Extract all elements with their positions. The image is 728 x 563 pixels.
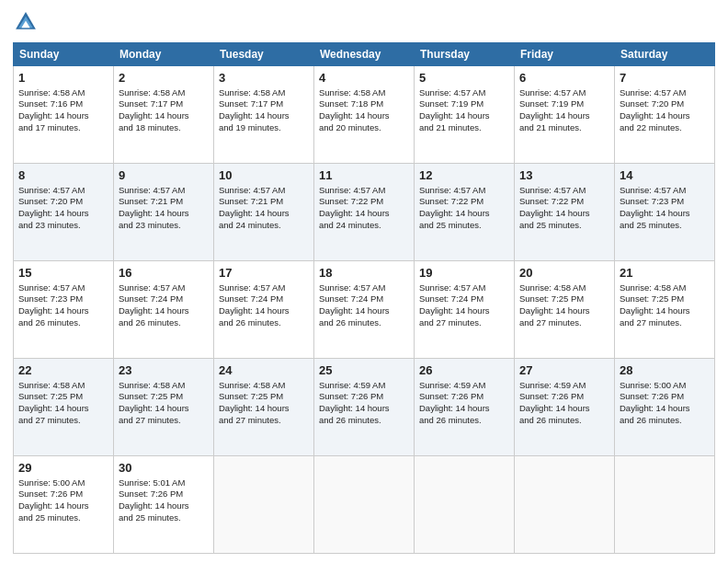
day-info-line: and 25 minutes.	[519, 220, 582, 230]
day-number: 14	[620, 167, 710, 184]
day-number: 6	[519, 70, 609, 86]
day-number: 5	[419, 70, 509, 86]
day-info-line: Sunrise: 4:57 AM	[419, 87, 485, 98]
day-info-line: Sunset: 7:17 PM	[119, 98, 183, 109]
calendar-day-cell: 14Sunrise: 4:57 AMSunset: 7:23 PMDayligh…	[615, 164, 715, 261]
day-info-line: Daylight: 14 hours	[319, 208, 390, 218]
calendar-day-cell: 20Sunrise: 4:58 AMSunset: 7:25 PMDayligh…	[515, 261, 615, 359]
calendar-day-cell: 10Sunrise: 4:57 AMSunset: 7:21 PMDayligh…	[214, 164, 314, 261]
day-info-line: and 24 minutes.	[319, 220, 381, 230]
header	[13, 9, 715, 35]
day-number: 2	[119, 70, 209, 86]
day-info-line: Daylight: 14 hours	[620, 110, 690, 121]
calendar-day-cell	[615, 456, 715, 554]
day-info-line: and 25 minutes.	[620, 220, 682, 230]
day-number: 3	[219, 70, 309, 86]
day-number: 29	[18, 460, 108, 477]
day-info-line: Sunrise: 4:58 AM	[620, 282, 686, 293]
day-info-line: Sunset: 7:22 PM	[519, 196, 584, 206]
day-info-line: Sunrise: 4:57 AM	[219, 282, 285, 293]
calendar-day-cell: 24Sunrise: 4:58 AMSunset: 7:25 PMDayligh…	[214, 359, 314, 456]
day-info-line: and 27 minutes.	[620, 317, 682, 327]
column-header-sunday: Sunday	[14, 43, 114, 66]
calendar-day-cell: 1Sunrise: 4:58 AMSunset: 7:16 PMDaylight…	[14, 66, 114, 164]
day-info-line: and 27 minutes.	[219, 415, 281, 425]
day-info-line: and 24 minutes.	[219, 220, 281, 230]
day-info-line: Sunrise: 5:01 AM	[119, 477, 185, 488]
day-info-line: and 21 minutes.	[419, 122, 482, 132]
day-info-line: Sunset: 7:26 PM	[419, 391, 483, 401]
day-info-line: Sunset: 7:25 PM	[119, 391, 183, 401]
calendar-day-cell: 30Sunrise: 5:01 AMSunset: 7:26 PMDayligh…	[114, 456, 214, 554]
day-info-line: Sunrise: 4:57 AM	[119, 185, 185, 195]
day-number: 10	[219, 167, 309, 184]
day-info-line: Daylight: 14 hours	[620, 208, 690, 218]
calendar-day-cell: 12Sunrise: 4:57 AMSunset: 7:22 PMDayligh…	[415, 164, 515, 261]
calendar-day-cell: 27Sunrise: 4:59 AMSunset: 7:26 PMDayligh…	[515, 359, 615, 456]
calendar-day-cell: 28Sunrise: 5:00 AMSunset: 7:26 PMDayligh…	[615, 359, 715, 456]
day-number: 18	[319, 265, 409, 282]
calendar-week-row: 15Sunrise: 4:57 AMSunset: 7:23 PMDayligh…	[14, 261, 715, 359]
day-info-line: Daylight: 14 hours	[119, 110, 189, 121]
day-info-line: Sunset: 7:26 PM	[319, 391, 383, 401]
day-info-line: and 25 minutes.	[18, 512, 81, 523]
page-container: SundayMondayTuesdayWednesdayThursdayFrid…	[0, 0, 728, 563]
calendar-week-row: 29Sunrise: 5:00 AMSunset: 7:26 PMDayligh…	[14, 456, 715, 554]
calendar-day-cell: 3Sunrise: 4:58 AMSunset: 7:17 PMDaylight…	[214, 66, 314, 164]
day-info-line: Sunrise: 4:57 AM	[18, 282, 85, 293]
day-info-line: Sunset: 7:24 PM	[319, 293, 383, 304]
day-info-line: and 26 minutes.	[319, 317, 381, 327]
day-info-line: Sunrise: 5:00 AM	[18, 477, 85, 488]
day-info-line: and 19 minutes.	[219, 122, 281, 132]
calendar-day-cell: 23Sunrise: 4:58 AMSunset: 7:25 PMDayligh…	[114, 359, 214, 456]
day-info-line: Sunrise: 4:58 AM	[18, 87, 85, 98]
column-header-friday: Friday	[515, 43, 615, 66]
day-info-line: Daylight: 14 hours	[419, 208, 490, 218]
day-info-line: Sunrise: 4:57 AM	[519, 87, 586, 98]
calendar-day-cell: 18Sunrise: 4:57 AMSunset: 7:24 PMDayligh…	[314, 261, 415, 359]
day-info-line: Daylight: 14 hours	[119, 500, 189, 511]
day-info-line: Sunrise: 4:59 AM	[319, 380, 385, 390]
day-info-line: Sunset: 7:26 PM	[119, 488, 183, 499]
day-number: 26	[419, 362, 509, 379]
day-info-line: Daylight: 14 hours	[620, 403, 690, 413]
day-info-line: Sunrise: 4:58 AM	[519, 282, 586, 293]
day-info-line: Daylight: 14 hours	[419, 403, 490, 413]
day-number: 1	[18, 70, 108, 86]
day-number: 21	[620, 265, 710, 282]
day-info-line: Daylight: 14 hours	[219, 208, 290, 218]
day-info-line: Daylight: 14 hours	[319, 403, 390, 413]
day-number: 9	[119, 167, 209, 184]
day-number: 13	[519, 167, 609, 184]
day-info-line: Sunset: 7:25 PM	[18, 391, 83, 401]
day-info-line: and 25 minutes.	[119, 512, 181, 523]
day-info-line: and 27 minutes.	[119, 415, 181, 425]
day-info-line: and 27 minutes.	[18, 415, 81, 425]
calendar-day-cell: 25Sunrise: 4:59 AMSunset: 7:26 PMDayligh…	[314, 359, 415, 456]
day-info-line: Daylight: 14 hours	[219, 305, 290, 316]
day-number: 16	[119, 265, 209, 282]
day-info-line: Daylight: 14 hours	[419, 110, 490, 121]
day-number: 25	[319, 362, 409, 379]
day-info-line: Sunrise: 4:58 AM	[18, 380, 85, 390]
day-info-line: Daylight: 14 hours	[219, 403, 290, 413]
day-info-line: Daylight: 14 hours	[119, 208, 189, 218]
day-info-line: Sunset: 7:26 PM	[620, 391, 684, 401]
day-info-line: Sunrise: 4:57 AM	[620, 185, 686, 195]
day-info-line: Daylight: 14 hours	[519, 110, 590, 121]
column-header-thursday: Thursday	[415, 43, 515, 66]
logo-icon	[13, 9, 39, 35]
column-header-saturday: Saturday	[615, 43, 715, 66]
day-info-line: and 20 minutes.	[319, 122, 381, 132]
day-info-line: Sunset: 7:18 PM	[319, 98, 383, 109]
day-number: 8	[18, 167, 108, 184]
day-info-line: Daylight: 14 hours	[219, 110, 290, 121]
day-info-line: and 23 minutes.	[18, 220, 81, 230]
day-info-line: Daylight: 14 hours	[18, 208, 89, 218]
day-info-line: and 25 minutes.	[419, 220, 482, 230]
day-number: 23	[119, 362, 209, 379]
day-info-line: Sunrise: 4:57 AM	[419, 185, 485, 195]
day-number: 30	[119, 460, 209, 477]
calendar-day-cell	[415, 456, 515, 554]
day-info-line: Sunrise: 4:57 AM	[219, 185, 285, 195]
